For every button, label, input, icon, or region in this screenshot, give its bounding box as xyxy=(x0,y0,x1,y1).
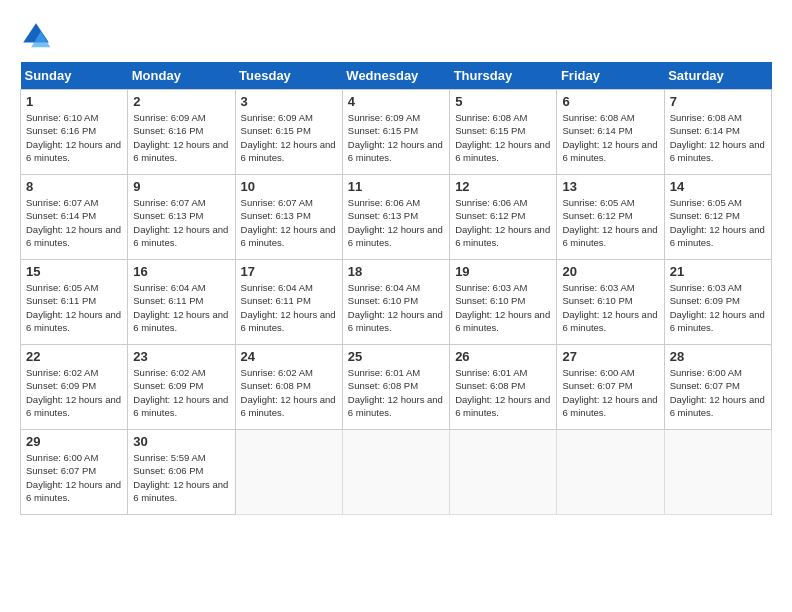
logo xyxy=(20,20,56,52)
calendar-week-2: 8Sunrise: 6:07 AMSunset: 6:14 PMDaylight… xyxy=(21,175,772,260)
calendar-day-7: 7Sunrise: 6:08 AMSunset: 6:14 PMDaylight… xyxy=(664,90,771,175)
day-info: Sunrise: 6:02 AMSunset: 6:09 PMDaylight:… xyxy=(26,366,122,419)
weekday-header-sunday: Sunday xyxy=(21,62,128,90)
weekday-header-wednesday: Wednesday xyxy=(342,62,449,90)
day-number: 11 xyxy=(348,179,444,194)
day-info: Sunrise: 6:00 AMSunset: 6:07 PMDaylight:… xyxy=(562,366,658,419)
day-info: Sunrise: 6:02 AMSunset: 6:09 PMDaylight:… xyxy=(133,366,229,419)
calendar-day-12: 12Sunrise: 6:06 AMSunset: 6:12 PMDayligh… xyxy=(450,175,557,260)
calendar-day-19: 19Sunrise: 6:03 AMSunset: 6:10 PMDayligh… xyxy=(450,260,557,345)
day-number: 23 xyxy=(133,349,229,364)
day-number: 8 xyxy=(26,179,122,194)
empty-cell xyxy=(342,430,449,515)
day-info: Sunrise: 6:04 AMSunset: 6:10 PMDaylight:… xyxy=(348,281,444,334)
day-number: 15 xyxy=(26,264,122,279)
day-info: Sunrise: 6:02 AMSunset: 6:08 PMDaylight:… xyxy=(241,366,337,419)
day-number: 2 xyxy=(133,94,229,109)
day-info: Sunrise: 6:08 AMSunset: 6:14 PMDaylight:… xyxy=(670,111,766,164)
weekday-header-thursday: Thursday xyxy=(450,62,557,90)
day-number: 19 xyxy=(455,264,551,279)
calendar-day-8: 8Sunrise: 6:07 AMSunset: 6:14 PMDaylight… xyxy=(21,175,128,260)
day-info: Sunrise: 6:08 AMSunset: 6:15 PMDaylight:… xyxy=(455,111,551,164)
calendar-week-4: 22Sunrise: 6:02 AMSunset: 6:09 PMDayligh… xyxy=(21,345,772,430)
calendar-week-3: 15Sunrise: 6:05 AMSunset: 6:11 PMDayligh… xyxy=(21,260,772,345)
day-number: 30 xyxy=(133,434,229,449)
day-number: 4 xyxy=(348,94,444,109)
day-number: 24 xyxy=(241,349,337,364)
day-number: 16 xyxy=(133,264,229,279)
day-number: 22 xyxy=(26,349,122,364)
weekday-header-tuesday: Tuesday xyxy=(235,62,342,90)
day-info: Sunrise: 6:04 AMSunset: 6:11 PMDaylight:… xyxy=(133,281,229,334)
day-number: 3 xyxy=(241,94,337,109)
calendar-day-21: 21Sunrise: 6:03 AMSunset: 6:09 PMDayligh… xyxy=(664,260,771,345)
day-number: 21 xyxy=(670,264,766,279)
calendar-day-2: 2Sunrise: 6:09 AMSunset: 6:16 PMDaylight… xyxy=(128,90,235,175)
day-info: Sunrise: 6:00 AMSunset: 6:07 PMDaylight:… xyxy=(26,451,122,504)
weekday-header-friday: Friday xyxy=(557,62,664,90)
day-number: 20 xyxy=(562,264,658,279)
day-info: Sunrise: 6:03 AMSunset: 6:10 PMDaylight:… xyxy=(562,281,658,334)
day-info: Sunrise: 6:09 AMSunset: 6:16 PMDaylight:… xyxy=(133,111,229,164)
day-number: 7 xyxy=(670,94,766,109)
calendar-week-5: 29Sunrise: 6:00 AMSunset: 6:07 PMDayligh… xyxy=(21,430,772,515)
calendar-day-30: 30Sunrise: 5:59 AMSunset: 6:06 PMDayligh… xyxy=(128,430,235,515)
calendar-day-1: 1Sunrise: 6:10 AMSunset: 6:16 PMDaylight… xyxy=(21,90,128,175)
day-info: Sunrise: 6:03 AMSunset: 6:10 PMDaylight:… xyxy=(455,281,551,334)
day-number: 6 xyxy=(562,94,658,109)
day-number: 18 xyxy=(348,264,444,279)
page-header xyxy=(20,20,772,52)
day-info: Sunrise: 6:07 AMSunset: 6:13 PMDaylight:… xyxy=(133,196,229,249)
day-number: 27 xyxy=(562,349,658,364)
calendar-day-18: 18Sunrise: 6:04 AMSunset: 6:10 PMDayligh… xyxy=(342,260,449,345)
weekday-header-saturday: Saturday xyxy=(664,62,771,90)
day-info: Sunrise: 6:00 AMSunset: 6:07 PMDaylight:… xyxy=(670,366,766,419)
day-info: Sunrise: 6:07 AMSunset: 6:13 PMDaylight:… xyxy=(241,196,337,249)
calendar-table: SundayMondayTuesdayWednesdayThursdayFrid… xyxy=(20,62,772,515)
day-info: Sunrise: 5:59 AMSunset: 6:06 PMDaylight:… xyxy=(133,451,229,504)
day-info: Sunrise: 6:09 AMSunset: 6:15 PMDaylight:… xyxy=(348,111,444,164)
empty-cell xyxy=(235,430,342,515)
day-info: Sunrise: 6:05 AMSunset: 6:11 PMDaylight:… xyxy=(26,281,122,334)
day-info: Sunrise: 6:06 AMSunset: 6:12 PMDaylight:… xyxy=(455,196,551,249)
calendar-day-15: 15Sunrise: 6:05 AMSunset: 6:11 PMDayligh… xyxy=(21,260,128,345)
day-number: 13 xyxy=(562,179,658,194)
day-number: 28 xyxy=(670,349,766,364)
day-info: Sunrise: 6:04 AMSunset: 6:11 PMDaylight:… xyxy=(241,281,337,334)
calendar-day-17: 17Sunrise: 6:04 AMSunset: 6:11 PMDayligh… xyxy=(235,260,342,345)
calendar-day-20: 20Sunrise: 6:03 AMSunset: 6:10 PMDayligh… xyxy=(557,260,664,345)
calendar-day-16: 16Sunrise: 6:04 AMSunset: 6:11 PMDayligh… xyxy=(128,260,235,345)
calendar-day-3: 3Sunrise: 6:09 AMSunset: 6:15 PMDaylight… xyxy=(235,90,342,175)
day-number: 9 xyxy=(133,179,229,194)
calendar-day-22: 22Sunrise: 6:02 AMSunset: 6:09 PMDayligh… xyxy=(21,345,128,430)
day-info: Sunrise: 6:07 AMSunset: 6:14 PMDaylight:… xyxy=(26,196,122,249)
empty-cell xyxy=(557,430,664,515)
day-number: 12 xyxy=(455,179,551,194)
day-number: 29 xyxy=(26,434,122,449)
day-number: 26 xyxy=(455,349,551,364)
day-info: Sunrise: 6:08 AMSunset: 6:14 PMDaylight:… xyxy=(562,111,658,164)
calendar-day-10: 10Sunrise: 6:07 AMSunset: 6:13 PMDayligh… xyxy=(235,175,342,260)
day-info: Sunrise: 6:05 AMSunset: 6:12 PMDaylight:… xyxy=(562,196,658,249)
calendar-day-26: 26Sunrise: 6:01 AMSunset: 6:08 PMDayligh… xyxy=(450,345,557,430)
calendar-day-29: 29Sunrise: 6:00 AMSunset: 6:07 PMDayligh… xyxy=(21,430,128,515)
day-info: Sunrise: 6:06 AMSunset: 6:13 PMDaylight:… xyxy=(348,196,444,249)
day-number: 17 xyxy=(241,264,337,279)
calendar-day-13: 13Sunrise: 6:05 AMSunset: 6:12 PMDayligh… xyxy=(557,175,664,260)
day-info: Sunrise: 6:01 AMSunset: 6:08 PMDaylight:… xyxy=(455,366,551,419)
day-info: Sunrise: 6:03 AMSunset: 6:09 PMDaylight:… xyxy=(670,281,766,334)
day-number: 25 xyxy=(348,349,444,364)
calendar-week-1: 1Sunrise: 6:10 AMSunset: 6:16 PMDaylight… xyxy=(21,90,772,175)
day-number: 14 xyxy=(670,179,766,194)
day-number: 5 xyxy=(455,94,551,109)
calendar-day-23: 23Sunrise: 6:02 AMSunset: 6:09 PMDayligh… xyxy=(128,345,235,430)
calendar-day-24: 24Sunrise: 6:02 AMSunset: 6:08 PMDayligh… xyxy=(235,345,342,430)
day-info: Sunrise: 6:01 AMSunset: 6:08 PMDaylight:… xyxy=(348,366,444,419)
empty-cell xyxy=(664,430,771,515)
calendar-day-14: 14Sunrise: 6:05 AMSunset: 6:12 PMDayligh… xyxy=(664,175,771,260)
calendar-day-11: 11Sunrise: 6:06 AMSunset: 6:13 PMDayligh… xyxy=(342,175,449,260)
calendar-day-6: 6Sunrise: 6:08 AMSunset: 6:14 PMDaylight… xyxy=(557,90,664,175)
day-info: Sunrise: 6:10 AMSunset: 6:16 PMDaylight:… xyxy=(26,111,122,164)
calendar-day-4: 4Sunrise: 6:09 AMSunset: 6:15 PMDaylight… xyxy=(342,90,449,175)
day-number: 10 xyxy=(241,179,337,194)
